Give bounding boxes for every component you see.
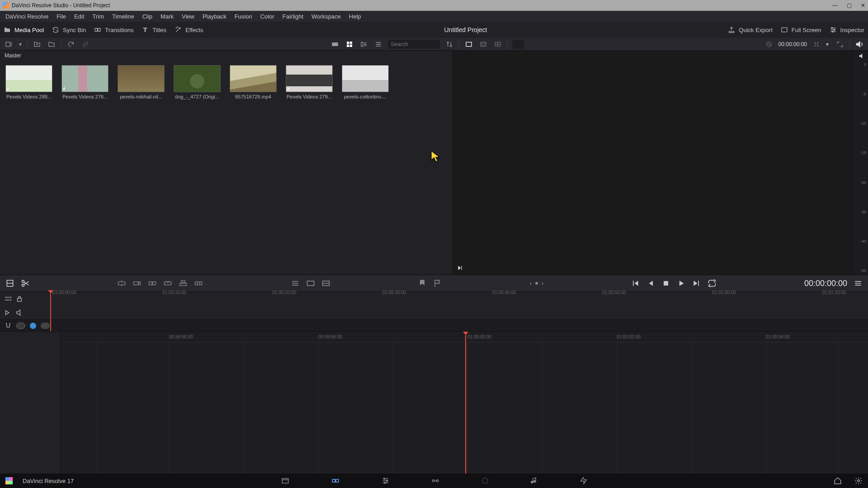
menu-file[interactable]: File: [57, 13, 66, 20]
menu-edit[interactable]: Edit: [74, 13, 84, 20]
media-clip[interactable]: Pexels Videos 278...: [61, 65, 109, 99]
full-screen-button[interactable]: Full Screen: [781, 26, 821, 33]
tab-transitions[interactable]: Transitions: [94, 26, 133, 33]
menu-timeline[interactable]: Timeline: [112, 13, 134, 20]
tab-sync-bin[interactable]: Sync Bin: [52, 26, 86, 33]
menu-color[interactable]: Color: [260, 13, 274, 20]
lock-icon[interactable]: [15, 295, 24, 303]
refresh-button[interactable]: [66, 39, 76, 49]
project-settings-button[interactable]: [854, 477, 863, 485]
lower-ruler[interactable]: 00:59:56:0000:59:58:0001:00:00:0001:00:0…: [61, 332, 868, 343]
window-close-button[interactable]: ✕: [861, 2, 865, 9]
home-button[interactable]: [834, 477, 842, 485]
ruler-mark: 01:01:00:00: [712, 290, 736, 295]
media-clip[interactable]: pexels-cottonbro-...: [341, 65, 390, 99]
media-clip[interactable]: Pexels Videos 288...: [5, 65, 53, 99]
place-on-top-icon[interactable]: [179, 279, 188, 288]
go-to-end-button[interactable]: [692, 279, 701, 288]
media-clip[interactable]: pexels-mikhail-nil...: [117, 65, 165, 99]
page-fairlight-button[interactable]: [530, 477, 538, 485]
menu-fusion[interactable]: Fusion: [235, 13, 252, 20]
page-cut-button[interactable]: [330, 477, 340, 485]
link-button[interactable]: [80, 39, 90, 49]
menu-help[interactable]: Help: [349, 13, 361, 20]
audio-trim-icon[interactable]: [321, 279, 330, 288]
next-edit-button[interactable]: [457, 265, 463, 271]
timeline-options-icon[interactable]: [291, 279, 300, 288]
chevron-down-icon[interactable]: ▾: [826, 41, 830, 47]
flag-icon[interactable]: [433, 279, 442, 288]
breadcrumb[interactable]: Master: [0, 51, 452, 61]
import-folder-button[interactable]: [47, 39, 57, 49]
search-input[interactable]: [388, 40, 440, 49]
bin-view-button[interactable]: [4, 39, 14, 49]
source-overwrite-icon[interactable]: [194, 279, 203, 288]
menu-trim[interactable]: Trim: [93, 13, 104, 20]
menu-playback[interactable]: Playback: [203, 13, 226, 20]
media-clip[interactable]: Pexels Videos 279...: [285, 65, 334, 99]
marker-icon[interactable]: [418, 279, 427, 288]
marker-pill[interactable]: [16, 323, 25, 329]
boring-tool-icon[interactable]: [5, 279, 14, 288]
chevron-down-icon[interactable]: ▾: [18, 39, 23, 49]
video-only-icon[interactable]: [306, 279, 315, 288]
loop-button[interactable]: [708, 279, 717, 288]
tab-titles[interactable]: Titles: [142, 26, 166, 33]
play-button[interactable]: [677, 279, 686, 288]
speaker-icon[interactable]: [858, 52, 865, 60]
tab-effects[interactable]: Effects: [175, 26, 203, 33]
menu-view[interactable]: View: [182, 13, 194, 20]
page-fusion-button[interactable]: [431, 477, 440, 485]
page-deliver-button[interactable]: [579, 477, 587, 485]
mute-icon[interactable]: [15, 309, 24, 317]
upper-ruler[interactable]: 01:00:00:0001:00:10:0001:00:20:0001:00:3…: [43, 292, 868, 319]
jog-indicator[interactable]: ‹›: [530, 280, 543, 286]
ruler-mark: 01:00:10:00: [162, 290, 186, 295]
media-clip[interactable]: 657518728.mp4: [229, 65, 278, 99]
scissors-icon[interactable]: [21, 279, 30, 288]
step-back-button[interactable]: [646, 279, 655, 288]
timeline-area[interactable]: 00:59:56:0000:59:58:0001:00:00:0001:00:0…: [61, 332, 868, 488]
fit-button[interactable]: [464, 39, 474, 49]
speaker-icon[interactable]: [854, 39, 864, 49]
go-to-start-button[interactable]: [631, 279, 640, 288]
viewer-mode-dropdown[interactable]: [512, 40, 524, 49]
track-sync-icon[interactable]: [4, 295, 12, 303]
viewer-panel[interactable]: [452, 51, 853, 275]
stop-button[interactable]: [661, 279, 670, 288]
bypass-fx-button[interactable]: [764, 39, 774, 49]
strip-view-button[interactable]: [330, 39, 340, 49]
menu-mark[interactable]: Mark: [160, 13, 174, 20]
guides-button[interactable]: [493, 39, 503, 49]
audio-track-icon[interactable]: [4, 309, 12, 317]
quick-export-button[interactable]: Quick Export: [728, 26, 772, 33]
ripple-overwrite-icon[interactable]: [148, 279, 157, 288]
tab-media-pool[interactable]: Media Pool: [4, 26, 44, 33]
menu-workspace[interactable]: Workspace: [311, 13, 341, 20]
window-minimize-button[interactable]: —: [832, 2, 838, 9]
thumbnail-view-button[interactable]: [344, 39, 354, 49]
menu-davinci-resolve[interactable]: DaVinci Resolve: [5, 13, 48, 20]
smart-insert-icon[interactable]: [117, 279, 126, 288]
window-maximize-button[interactable]: ▢: [847, 2, 852, 9]
list-view-button[interactable]: [373, 39, 383, 49]
menu-fairlight[interactable]: Fairlight: [283, 13, 303, 20]
snap-icon[interactable]: [5, 322, 12, 329]
append-icon[interactable]: [132, 279, 142, 288]
inspector-button[interactable]: Inspector: [830, 26, 864, 33]
menu-clip[interactable]: Clip: [142, 13, 152, 20]
flag-pill[interactable]: [41, 323, 50, 329]
page-color-button[interactable]: [481, 477, 490, 485]
timeline-menu-icon[interactable]: [854, 279, 863, 288]
safe-area-button[interactable]: [478, 39, 488, 49]
color-dot[interactable]: [30, 323, 36, 329]
close-up-icon[interactable]: [163, 279, 172, 288]
list-meta-view-button[interactable]: [359, 39, 369, 49]
expand-viewer-button[interactable]: [835, 39, 845, 49]
page-media-button[interactable]: [281, 477, 290, 485]
media-clip[interactable]: dog_-_4727 (Origi...: [173, 65, 222, 99]
sort-button[interactable]: [444, 39, 454, 49]
zoom-fit-button[interactable]: [811, 39, 821, 49]
page-edit-button[interactable]: [381, 477, 390, 485]
import-media-button[interactable]: [32, 39, 42, 49]
